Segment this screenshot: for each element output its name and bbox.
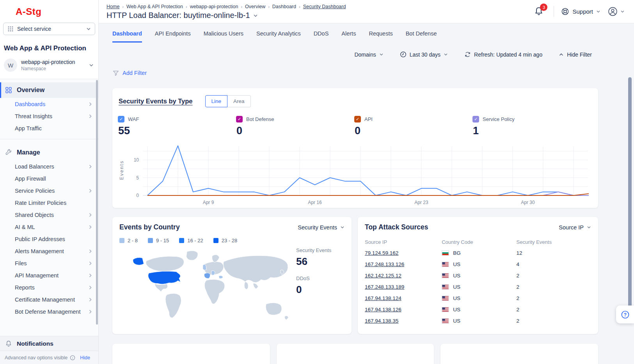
series-total: 55 xyxy=(118,125,236,137)
breadcrumb-item[interactable]: Security Dashboard xyxy=(303,4,346,9)
partial-card xyxy=(112,344,270,364)
series-checkbox[interactable]: ✓ xyxy=(236,116,243,123)
tab-alerts[interactable]: Alerts xyxy=(341,30,356,43)
map-united-states xyxy=(133,257,144,265)
advanced-nav-text: Advanced nav options visible xyxy=(5,355,67,360)
help-flyout-button[interactable]: ? xyxy=(616,305,634,323)
breadcrumb: Home›Web App & API Protection›webapp-api… xyxy=(107,4,534,9)
source-ip-link[interactable]: 162.142.125.12 xyxy=(365,273,401,279)
breadcrumb-item[interactable]: Web App & API Protection xyxy=(126,4,183,9)
breadcrumb-separator: › xyxy=(268,4,270,9)
sidebar-item-service-policies[interactable]: Service Policies xyxy=(0,185,98,197)
sidebar-item-shared-objects[interactable]: Shared Objects xyxy=(0,209,98,221)
series-label: WAF xyxy=(128,116,139,122)
sidebar-item-threat-insights[interactable]: Threat Insights xyxy=(0,110,98,122)
sidebar-item-rate-limiter-policies[interactable]: Rate Limiter Policies xyxy=(0,197,98,209)
map-legend-item: 2 - 8 xyxy=(119,238,138,243)
svg-text:5: 5 xyxy=(136,175,139,181)
clock-icon xyxy=(400,51,407,58)
sidebar-item-reports[interactable]: Reports xyxy=(0,281,98,293)
source-ip-link[interactable]: 79.124.59.162 xyxy=(365,250,398,256)
series-checkbox[interactable]: ✓ xyxy=(118,116,124,123)
country-cell: US xyxy=(442,261,516,267)
sidebar-section-overview[interactable]: Overview xyxy=(0,82,98,98)
tab-requests[interactable]: Requests xyxy=(369,30,392,43)
events-line-chart: 0510EventsApr 9Apr 16Apr 23Apr 30 xyxy=(118,142,593,209)
source-ip-link[interactable]: 167.94.138.126 xyxy=(365,307,401,313)
sidebar-item-label: Load Balancers xyxy=(15,163,54,170)
notifications-button[interactable]: 3 xyxy=(534,6,547,16)
page-title: HTTP Load Balancer: buytime-online-lb-1 xyxy=(107,11,250,20)
sidebar-item-app-traffic[interactable]: App Traffic xyxy=(0,122,98,134)
table-row: 167.94.138.124US2 xyxy=(365,293,591,304)
map-legend-item: 16 - 22 xyxy=(179,238,203,243)
map-united-kingdom xyxy=(203,265,206,270)
sidebar-scrollbar[interactable] xyxy=(96,80,98,325)
breadcrumb-item[interactable]: Home xyxy=(107,4,119,9)
chevron-down-icon[interactable] xyxy=(253,14,258,17)
add-filter-button[interactable]: Add Filter xyxy=(112,69,634,76)
sidebar-item-app-firewall[interactable]: App Firewall xyxy=(0,172,98,185)
series-checkbox[interactable]: ✓ xyxy=(354,116,361,123)
flag-icon-us xyxy=(442,273,449,278)
sidebar-item-alerts-management[interactable]: Alerts Management xyxy=(0,245,98,257)
security-events-count: 2 xyxy=(517,270,591,281)
page-scrollbar-thumb[interactable] xyxy=(628,77,632,315)
breadcrumb-item[interactable]: webapp-api-protection xyxy=(190,4,238,9)
source-ip-link[interactable]: 167.248.133.126 xyxy=(365,261,404,267)
tab-api-endpoints[interactable]: API Endpoints xyxy=(155,30,191,43)
hide-advanced-nav-link[interactable]: Hide xyxy=(80,355,90,360)
chevron-right-icon xyxy=(89,225,92,229)
country-cell: BG xyxy=(442,250,516,256)
chevron-down-icon xyxy=(379,53,384,56)
refresh-button[interactable]: Refresh: Updated 4 min ago xyxy=(464,51,542,58)
grid-icon xyxy=(5,87,12,94)
sidebar-item-files[interactable]: Files xyxy=(0,257,98,269)
chevron-down-icon xyxy=(444,53,448,56)
area-view-button[interactable]: Area xyxy=(227,95,251,107)
sidebar-item-certificate-management[interactable]: Certificate Management xyxy=(0,293,98,305)
tab-ddos[interactable]: DDoS xyxy=(314,30,329,43)
user-menu[interactable] xyxy=(607,6,625,17)
select-service-dropdown[interactable]: Select service xyxy=(3,23,95,35)
hide-filter-button[interactable]: Hide Filter xyxy=(559,51,592,58)
sidebar-item-notifications[interactable]: Notifications xyxy=(0,336,98,351)
source-ip-link[interactable]: 167.94.138.124 xyxy=(365,295,401,301)
sidebar-item-label: Alerts Management xyxy=(15,248,64,254)
sidebar-item-bot-defense-management[interactable]: Bot Defense Management xyxy=(0,305,98,318)
tab-bot-defense[interactable]: Bot Defense xyxy=(406,30,437,43)
time-range-dropdown[interactable]: Last 30 days xyxy=(400,51,448,58)
security-events-by-type-title[interactable]: Security Events by Type xyxy=(119,98,193,105)
sidebar-section-manage[interactable]: Manage xyxy=(0,145,98,160)
country-stat-label: DDoS xyxy=(296,275,343,281)
sidebar-item-public-ip-addresses[interactable]: Public IP Addresses xyxy=(0,233,98,245)
tab-malicious-users[interactable]: Malicious Users xyxy=(204,30,243,43)
source-ip-link[interactable]: 167.94.138.35 xyxy=(365,318,398,324)
sidebar-item-dashboards[interactable]: Dashboards xyxy=(0,98,98,110)
domains-dropdown[interactable]: Domains xyxy=(354,51,383,58)
sidebar-item-api-management[interactable]: API Management xyxy=(0,269,98,281)
world-map[interactable] xyxy=(119,246,303,328)
line-view-button[interactable]: Line xyxy=(205,95,228,107)
chevron-down-icon xyxy=(587,226,591,229)
breadcrumb-separator: › xyxy=(241,4,242,9)
security-events-count: 4 xyxy=(517,259,591,270)
add-filter-label: Add Filter xyxy=(123,70,147,76)
support-menu[interactable]: Support xyxy=(561,7,600,16)
sidebar-item-load-balancers[interactable]: Load Balancers xyxy=(0,160,98,172)
chevron-down-icon xyxy=(620,10,625,13)
select-service-label: Select service xyxy=(17,26,83,32)
sidebar-item-label: App Firewall xyxy=(15,176,46,182)
attack-sort-dropdown[interactable]: Source IP xyxy=(559,224,591,231)
sidebar-item-ai-ml[interactable]: AI & ML xyxy=(0,221,98,233)
bell-icon xyxy=(5,340,12,347)
breadcrumb-item[interactable]: Overview xyxy=(245,4,265,9)
source-ip-link[interactable]: 167.248.133.189 xyxy=(365,284,404,290)
breadcrumb-item[interactable]: Dashboard xyxy=(272,4,296,9)
tab-dashboard[interactable]: Dashboard xyxy=(112,30,142,43)
series-checkbox[interactable]: ✓ xyxy=(472,116,479,123)
namespace-selector[interactable]: W webapp-api-protection Namespace xyxy=(0,52,98,79)
country-metric-dropdown[interactable]: Security Events xyxy=(298,224,345,231)
legend-range-label: 16 - 22 xyxy=(187,238,203,243)
tab-security-analytics[interactable]: Security Analytics xyxy=(256,30,301,43)
